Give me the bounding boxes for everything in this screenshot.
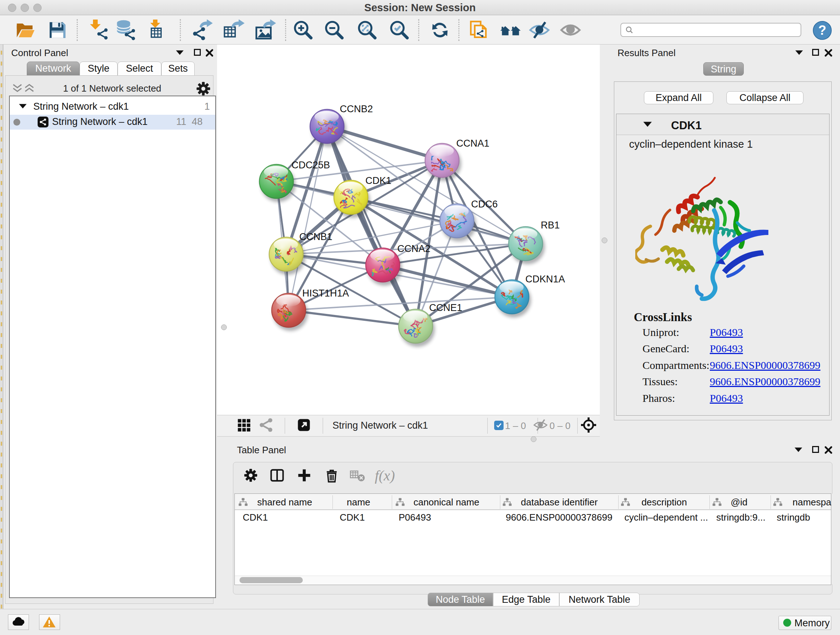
svg-text:CCNE1: CCNE1 <box>429 302 462 313</box>
svg-text:CDC25B: CDC25B <box>292 160 330 171</box>
svg-text:RB1: RB1 <box>541 220 560 231</box>
svg-text:CDKN1A: CDKN1A <box>525 274 565 285</box>
svg-text:CDK1: CDK1 <box>365 175 392 186</box>
svg-text:CCNA1: CCNA1 <box>456 138 489 149</box>
svg-text:CCNA2: CCNA2 <box>397 243 431 254</box>
svg-text:CDC6: CDC6 <box>471 199 498 210</box>
svg-text:CCNB2: CCNB2 <box>340 103 373 114</box>
svg-text:CCNB1: CCNB1 <box>299 231 332 242</box>
svg-text:HIST1H1A: HIST1H1A <box>302 288 349 299</box>
